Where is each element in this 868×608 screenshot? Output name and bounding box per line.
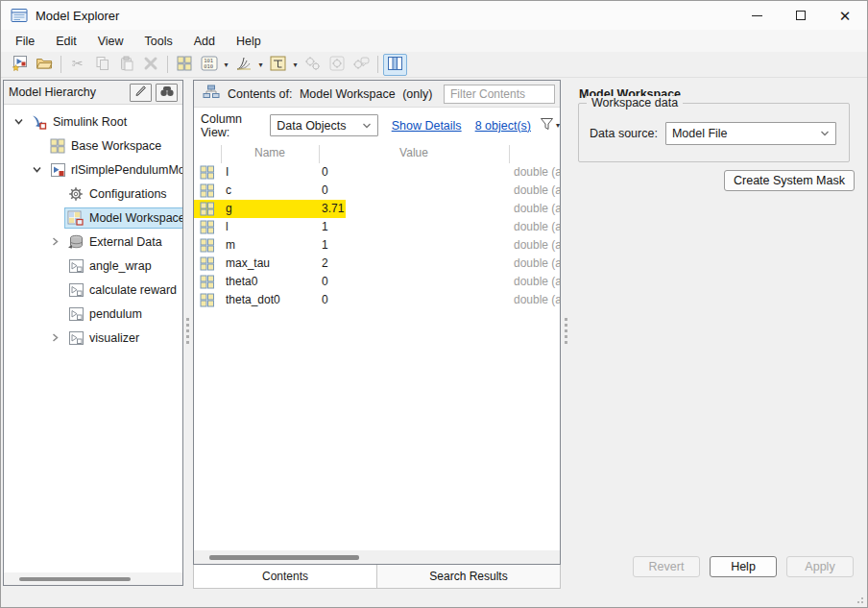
chevron-down-icon[interactable] [10,116,28,127]
help-button[interactable]: Help [710,556,777,577]
tree-item-angle-wrap[interactable]: angle_wrap [4,254,182,278]
minimize-button[interactable] [735,1,779,30]
tree-item-external-data[interactable]: External Data [4,230,182,254]
table-row-m[interactable]: m1double (auto) [194,236,560,255]
pencil-icon [133,85,149,101]
table-row-theta0[interactable]: theta00double (auto) [194,273,560,291]
copy-button[interactable] [90,54,114,76]
menu-edit[interactable]: Edit [45,32,87,51]
chevron-down-icon[interactable] [28,164,46,175]
window-resize-grip[interactable] [854,594,863,603]
menu-add[interactable]: Add [183,32,226,51]
apply-button[interactable]: Apply [786,556,854,577]
table-body: I0double (auto)c0double (auto)g3.71doubl… [194,163,560,309]
gear-icon [67,186,84,202]
revert-button[interactable]: Revert [633,556,700,577]
hierarchy-hscrollbar[interactable] [4,572,182,585]
gear-chat-button[interactable] [349,54,373,76]
tree-item-calculate-reward[interactable]: calculate reward [4,278,182,302]
tree-item-visualizer[interactable]: visualizer [4,326,182,350]
svg-text:✂: ✂ [72,56,84,71]
data-object-icon [200,165,215,182]
maximize-button[interactable] [779,1,823,30]
new-model-button[interactable] [8,54,32,76]
data-objects-button[interactable]: 101010 [197,54,221,76]
menu-help[interactable]: Help [226,32,272,51]
tree-view-button[interactable] [266,54,290,76]
hierarchy-hscroll-thumb[interactable] [19,577,131,581]
chevron-right-icon[interactable] [46,236,64,247]
data-source-select[interactable]: Model File [665,122,836,145]
left-splitter[interactable] [183,80,192,586]
table-row-max-tau[interactable]: max_tau2double (auto) [194,255,560,273]
tree-view-icon [270,56,286,74]
open-button[interactable] [32,54,56,76]
row-value: 0 [322,183,328,197]
signal-curves-icon [235,56,253,74]
table-row-i[interactable]: I0double (auto) [194,163,560,182]
signal-curves-dropdown[interactable]: ▾ [255,54,266,76]
tab-contents[interactable]: Contents [193,565,377,589]
row-datatype: double (auto) [514,202,560,215]
column-view-select[interactable]: Data Objects [270,114,377,136]
edit-pencil-button[interactable] [130,84,152,102]
tree-item-model-workspace[interactable]: Model Workspace [4,206,182,230]
tab-search-results[interactable]: Search Results [377,565,561,589]
menu-view[interactable]: View [87,32,134,51]
contents-hscrollbar[interactable] [194,550,560,564]
create-system-mask-button[interactable]: Create System Mask [724,170,855,191]
row-name: theta_dot0 [226,293,280,306]
tree-item-pendulum[interactable]: pendulum [4,302,182,326]
right-splitter-grip [565,318,567,344]
gears-button[interactable] [301,54,325,76]
delete-button[interactable] [138,54,162,76]
right-splitter[interactable] [562,80,570,586]
tree-item-label: Model Workspace [89,211,182,225]
show-details-link[interactable]: Show Details [392,119,462,133]
toolbar-separator [167,56,168,73]
filter-options-button[interactable]: ▾ [540,117,560,134]
subsystem-icon [67,258,84,274]
workspace-table: Name Value I0double (auto)c0double (auto… [194,143,560,550]
contents-header: Contents of: Model Workspace (only) [194,81,560,108]
menu-tools[interactable]: Tools [134,32,183,51]
table-row-c[interactable]: c0double (auto) [194,182,560,200]
tree-item-configurations[interactable]: Configurations [4,182,182,206]
column-header-name[interactable]: Name [221,146,319,159]
tree-item-base-workspace[interactable]: Base Workspace [4,134,182,158]
open-icon [36,56,53,73]
tree-item-rlsimplependulummodel[interactable]: rlSimplePendulumModel [4,158,182,182]
filter-contents-input[interactable] [444,85,555,104]
table-row-theta-dot0[interactable]: theta_dot00double (auto) [194,291,560,309]
column-view-button[interactable] [383,54,407,76]
paste-button[interactable] [114,54,138,76]
search-binoculars-button[interactable] [156,84,178,102]
base-workspace-button[interactable] [173,54,197,76]
tree-item-simulink-root[interactable]: Simulink Root [4,109,182,134]
model-workspace-icon [67,210,84,226]
close-button[interactable]: ✕ [823,1,867,30]
cut-button[interactable]: ✂ [66,54,90,76]
column-header-value[interactable]: Value [319,146,509,159]
signal-curves-button[interactable] [231,54,255,76]
object-count-link[interactable]: 8 object(s) [475,119,531,133]
contents-of-icon [203,85,220,103]
chevron-right-icon[interactable] [46,332,64,343]
chevron-down-icon [362,119,372,133]
minimize-icon [752,15,762,16]
data-objects-dropdown[interactable]: ▾ [221,54,231,76]
contents-hscroll-thumb[interactable] [209,555,359,560]
menu-file[interactable]: File [5,32,45,51]
gears-icon [304,56,322,74]
gear-settings-button[interactable] [325,54,349,76]
contents-panel: Contents of: Model Workspace (only) Colu… [193,80,561,565]
table-header: Name Value [194,143,560,163]
cut-icon: ✂ [71,56,86,74]
menu-bar: FileEditViewToolsAddHelp [1,30,867,52]
table-row-l[interactable]: l1double (auto) [194,218,560,236]
tree-view-dropdown[interactable]: ▾ [290,54,301,76]
model-explorer-app-icon [11,7,28,24]
row-name: l [226,220,229,233]
table-row-g[interactable]: g3.71double (auto) [194,200,560,218]
delete-icon [143,56,158,74]
